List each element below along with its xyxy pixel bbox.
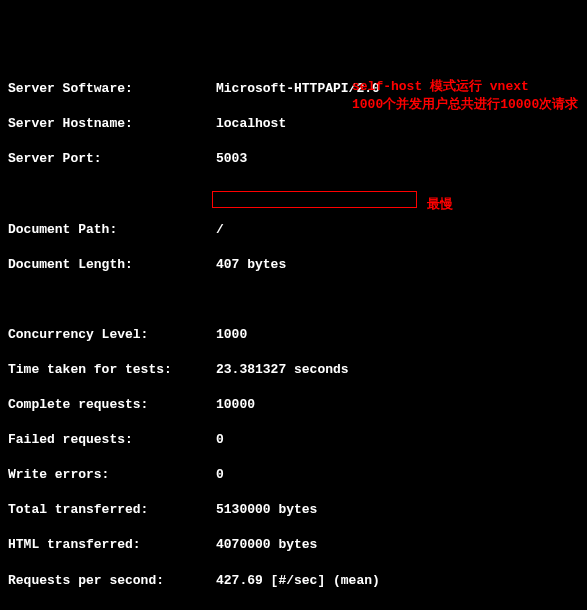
complete-requests-value: 10000: [216, 397, 255, 412]
server-port-line: Server Port:5003: [8, 150, 579, 168]
requests-per-second-label: Requests per second:: [8, 572, 216, 590]
server-port-label: Server Port:: [8, 150, 216, 168]
html-transferred-label: HTML transferred:: [8, 536, 216, 554]
document-path-label: Document Path:: [8, 221, 216, 239]
server-software-label: Server Software:: [8, 80, 216, 98]
document-length-line: Document Length:407 bytes: [8, 256, 579, 274]
time-taken-value: 23.381327 seconds: [216, 362, 349, 377]
total-transferred-label: Total transferred:: [8, 501, 216, 519]
concurrency-level-label: Concurrency Level:: [8, 326, 216, 344]
write-errors-value: 0: [216, 467, 224, 482]
blank-line: [8, 291, 579, 309]
annotation-concurrency: 1000个并发用户总共进行10000次请求: [352, 96, 578, 114]
concurrency-level-line: Concurrency Level:1000: [8, 326, 579, 344]
time-per-request1-line: Time per request:2338.133 [ms] (mean): [8, 607, 579, 610]
time-taken-line: Time taken for tests:23.381327 seconds: [8, 361, 579, 379]
document-length-label: Document Length:: [8, 256, 216, 274]
requests-per-second-line: Requests per second:427.69 [#/sec] (mean…: [8, 572, 579, 590]
server-hostname-line: Server Hostname:localhost: [8, 115, 579, 133]
write-errors-label: Write errors:: [8, 466, 216, 484]
failed-requests-line: Failed requests:0: [8, 431, 579, 449]
total-transferred-value: 5130000 bytes: [216, 502, 317, 517]
html-transferred-line: HTML transferred:4070000 bytes: [8, 536, 579, 554]
total-transferred-line: Total transferred:5130000 bytes: [8, 501, 579, 519]
server-hostname-label: Server Hostname:: [8, 115, 216, 133]
write-errors-line: Write errors:0: [8, 466, 579, 484]
html-transferred-value: 4070000 bytes: [216, 537, 317, 552]
time-taken-label: Time taken for tests:: [8, 361, 216, 379]
server-port-value: 5003: [216, 151, 247, 166]
failed-requests-label: Failed requests:: [8, 431, 216, 449]
blank-line: [8, 185, 579, 203]
annotation-selfhost: self-host 模式运行 vnext: [352, 78, 529, 96]
concurrency-level-value: 1000: [216, 327, 247, 342]
document-path-value: /: [216, 222, 224, 237]
time-per-request1-label: Time per request:: [8, 607, 216, 610]
requests-per-second-value: 427.69 [#/sec] (mean): [216, 573, 380, 588]
annotation-slowest: 最慢: [427, 196, 453, 214]
document-path-line: Document Path:/: [8, 221, 579, 239]
document-length-value: 407 bytes: [216, 257, 286, 272]
server-hostname-value: localhost: [216, 116, 286, 131]
complete-requests-label: Complete requests:: [8, 396, 216, 414]
complete-requests-line: Complete requests:10000: [8, 396, 579, 414]
failed-requests-value: 0: [216, 432, 224, 447]
